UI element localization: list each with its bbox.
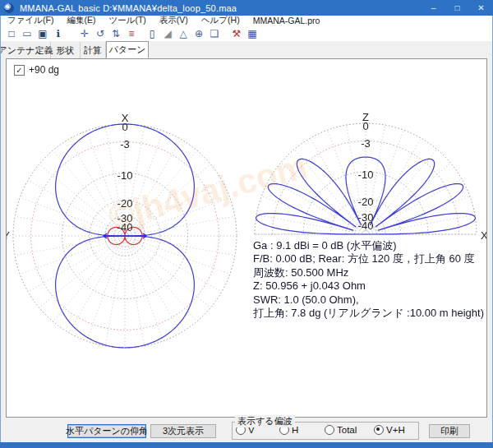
menu-edit[interactable]: 編集(E) xyxy=(60,15,102,26)
pattern-panel: ©jh4vaj.com +90 dg Ga : 9.1 dBi = 0 dB (… xyxy=(6,58,487,418)
menu-help[interactable]: ヘルプ(H) xyxy=(195,15,246,26)
radio-polarization-v-plus-h[interactable]: V+H xyxy=(374,425,405,435)
tools-icon[interactable]: ⚒ xyxy=(230,27,243,40)
polar-pattern-charts xyxy=(7,59,486,417)
radio-polarization-total[interactable]: Total xyxy=(325,425,357,435)
copy-pages-icon[interactable]: ❏ xyxy=(208,27,221,40)
save-file-icon[interactable]: ▣ xyxy=(36,27,49,40)
calculation-results: Ga : 9.1 dBi = 0 dB (水平偏波) F/B: 0.00 dB;… xyxy=(253,239,484,320)
plus90-checkbox[interactable] xyxy=(14,65,25,76)
wire-wedge-icon[interactable]: ◢ xyxy=(161,27,174,40)
result-frequency: 周波数: 50.500 MHz xyxy=(253,266,484,279)
close-button[interactable]: ✕ xyxy=(469,0,493,16)
menu-mmana-gal-pro[interactable]: MMANA-GAL.pro xyxy=(246,16,327,25)
window-border-left xyxy=(0,16,1,442)
target-icon[interactable]: ⊕ xyxy=(192,27,205,40)
result-gain: Ga : 9.1 dBi = 0 dB (水平偏波) xyxy=(253,239,484,252)
tab-geometry[interactable]: 形状 xyxy=(51,42,81,58)
file-info-icon[interactable]: ℹ xyxy=(52,27,65,40)
triangle-antenna-icon[interactable]: △ xyxy=(177,27,190,40)
rotate-antenna-icon[interactable]: ↺ xyxy=(94,27,107,40)
result-swr: SWR: 1.0 (50.0 Ohm), xyxy=(253,293,484,307)
radio-label-v-plus-h: V+H xyxy=(386,425,405,435)
radio-dot-v-plus-h[interactable] xyxy=(374,425,384,435)
window-border-bottom xyxy=(0,442,493,448)
window-title: MMANA-GAL basic D:¥MMANA¥delta_loop_50.m… xyxy=(20,3,237,13)
horizontal-pattern-elevation-button[interactable]: 水平パターンの仰角 xyxy=(67,424,146,438)
menu-tools[interactable]: ツール(T) xyxy=(102,15,152,26)
view-definition-icon[interactable]: ▯ xyxy=(145,27,159,40)
plus90-checkbox-row: +90 dg xyxy=(14,64,59,76)
radio-label-total: Total xyxy=(337,425,357,435)
window-controls: – □ ✕ xyxy=(422,0,493,16)
menu-file[interactable]: ファイル(F) xyxy=(1,15,60,26)
app-icon xyxy=(4,3,14,13)
tab-pattern[interactable]: パターン xyxy=(106,41,149,58)
view-3d-button[interactable]: 3次元表示 xyxy=(150,424,216,438)
tab-antenna-definition[interactable]: アンテナ定義 xyxy=(1,42,51,58)
menu-view[interactable]: 表示(V) xyxy=(153,15,195,26)
calculator-grid-icon[interactable]: ▦ xyxy=(246,27,259,40)
menu-bar: ファイル(F) 編集(E) ツール(T) 表示(V) ヘルプ(H) MMANA-… xyxy=(1,16,492,25)
edit-wires-icon[interactable]: ⇅ xyxy=(109,27,122,40)
toolbar: □ ▭ ▣ ℹ ✛ ↺ ⇅ ≡ ▯ ◢ △ ⊕ ❏ ⚒ ▦ xyxy=(1,25,492,41)
result-fb-ratio: F/B: 0.00 dB; Rear: 方位 120 度，打上角 60 度 xyxy=(253,252,484,266)
result-elevation-angle: 打上角: 7.8 dg (リアルグランド :10.00 m height) xyxy=(253,307,484,320)
maximize-button[interactable]: □ xyxy=(445,0,469,16)
tab-bar: アンテナ定義 形状 計算 パターン xyxy=(1,41,492,58)
polarization-group-label: 表示する偏波 xyxy=(235,415,295,427)
element-sliders-icon[interactable]: ≡ xyxy=(125,27,138,40)
title-bar: MMANA-GAL basic D:¥MMANA¥delta_loop_50.m… xyxy=(0,0,493,16)
tab-calculate[interactable]: 計算 xyxy=(81,42,106,58)
new-file-icon[interactable]: □ xyxy=(5,27,18,40)
print-button[interactable]: 印刷 xyxy=(429,424,470,438)
result-impedance: Z: 50.956 + j0.043 Ohm xyxy=(253,279,484,293)
open-file-icon[interactable]: ▭ xyxy=(21,27,34,40)
minimize-button[interactable]: – xyxy=(422,0,445,16)
move-antenna-icon[interactable]: ✛ xyxy=(78,27,91,40)
plus90-checkbox-label: +90 dg xyxy=(29,64,59,76)
radio-dot-total[interactable] xyxy=(325,425,334,435)
